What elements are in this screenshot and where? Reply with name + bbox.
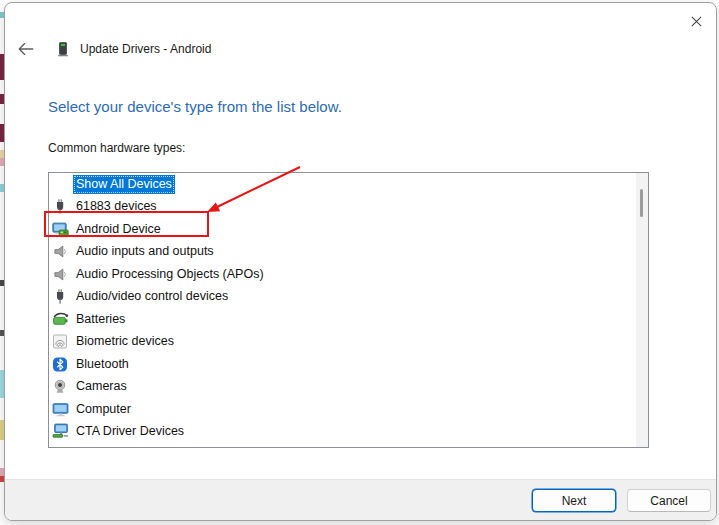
list-item[interactable]: Digital media devices: [49, 443, 648, 448]
update-drivers-dialog: Update Drivers - Android Select your dev…: [4, 2, 717, 521]
list-item[interactable]: Batteries: [49, 308, 648, 331]
driver-device-icon: [55, 41, 72, 58]
list-item-label: Show All Devices: [73, 175, 175, 194]
list-item-label: CTA Driver Devices: [73, 422, 187, 441]
list-item[interactable]: Android Device: [49, 218, 648, 241]
list-item-label: Bluetooth: [73, 355, 132, 374]
cancel-button[interactable]: Cancel: [627, 489, 711, 512]
list-item-label: Digital media devices: [73, 445, 197, 448]
list-item-label: Cameras: [73, 377, 130, 396]
dialog-title: Update Drivers - Android: [80, 42, 211, 56]
device-type-icon: [51, 243, 69, 260]
device-type-icon: [51, 221, 69, 238]
hardware-types-label: Common hardware types:: [48, 141, 185, 155]
list-item-label: 61883 devices: [73, 197, 160, 216]
list-item[interactable]: Audio/video control devices: [49, 286, 648, 309]
list-item[interactable]: Show All Devices: [49, 173, 648, 196]
device-type-icon: [51, 356, 69, 373]
list-item-label: Audio Processing Objects (APOs): [73, 265, 267, 284]
device-type-icon: [51, 423, 69, 440]
device-type-icon: [51, 176, 69, 193]
device-type-icon: [51, 266, 69, 283]
device-type-icon: [51, 198, 69, 215]
device-type-icon: [51, 311, 69, 328]
screen: Update Drivers - Android Select your dev…: [0, 0, 719, 525]
close-button[interactable]: [685, 11, 707, 31]
list-item[interactable]: Bluetooth: [49, 353, 648, 376]
list-item[interactable]: 61883 devices: [49, 196, 648, 219]
footer-bar: Next Cancel: [5, 479, 716, 520]
list-item[interactable]: CTA Driver Devices: [49, 421, 648, 444]
hardware-types-listbox: Show All Devices 61883 devices Android D…: [48, 172, 649, 448]
list-item[interactable]: Audio Processing Objects (APOs): [49, 263, 648, 286]
next-button[interactable]: Next: [532, 489, 616, 512]
list-item-label: Android Device: [73, 220, 164, 239]
list-item-label: Biometric devices: [73, 332, 177, 351]
device-type-icon: [51, 378, 69, 395]
page-heading: Select your device's type from the list …: [48, 98, 342, 115]
list-item[interactable]: Biometric devices: [49, 331, 648, 354]
back-button[interactable]: [16, 39, 36, 59]
scrollbar-thumb[interactable]: [640, 189, 643, 217]
scrollbar[interactable]: [636, 173, 648, 447]
back-arrow-icon: [17, 40, 35, 58]
list-item[interactable]: Computer: [49, 398, 648, 421]
close-icon: [690, 15, 703, 28]
device-type-icon: [51, 401, 69, 418]
list-item-label: Batteries: [73, 310, 128, 329]
device-type-icon: [51, 446, 69, 448]
list-item[interactable]: Cameras: [49, 376, 648, 399]
list-item[interactable]: Audio inputs and outputs: [49, 241, 648, 264]
device-type-icon: [51, 333, 69, 350]
list-item-label: Computer: [73, 400, 134, 419]
wizard-header: Update Drivers - Android: [16, 37, 211, 61]
list-item-label: Audio/video control devices: [73, 287, 231, 306]
list-item-label: Audio inputs and outputs: [73, 242, 217, 261]
device-type-icon: [51, 288, 69, 305]
